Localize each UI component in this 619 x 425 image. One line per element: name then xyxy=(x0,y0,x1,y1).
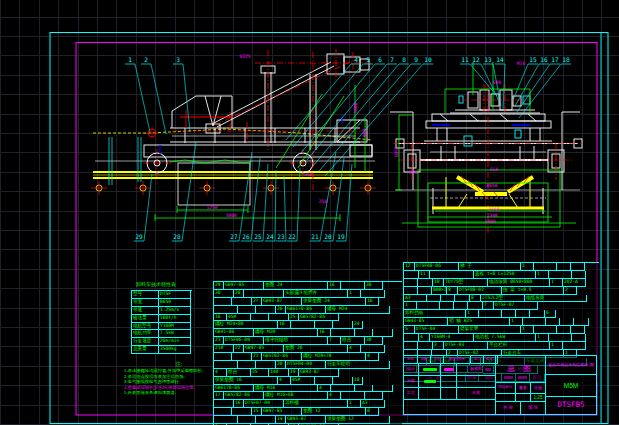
bom-cell xyxy=(440,302,454,310)
bom-cell: 15 xyxy=(252,408,262,416)
balloon-23[interactable]: 23 xyxy=(277,233,285,240)
bom-cell xyxy=(238,306,256,314)
dimension-label: 650 xyxy=(490,167,499,172)
bom-cell xyxy=(574,318,589,326)
bom-cell: 电缆卷筒 xyxy=(525,295,587,303)
balloon-8[interactable]: 8 xyxy=(402,56,406,63)
bom-cell xyxy=(404,342,418,350)
bom-cell: 1 xyxy=(550,342,563,350)
balloon-18[interactable]: 18 xyxy=(562,56,570,63)
bom-cell: 电动滚筒 Ø650×800 xyxy=(488,279,550,287)
balloon-19[interactable]: 19 xyxy=(337,233,345,240)
balloon-9[interactable]: 9 xyxy=(414,56,418,63)
bom-cell xyxy=(315,377,333,385)
bom-cell xyxy=(214,306,238,314)
balloon-2[interactable]: 2 xyxy=(144,56,148,63)
bom-cell: GB97-85 xyxy=(224,282,264,290)
dimension-label: 1340 xyxy=(486,213,497,218)
bom-cell: 带速 xyxy=(132,307,159,315)
balloon-7[interactable]: 7 xyxy=(390,56,394,63)
balloon-5[interactable]: 5 xyxy=(366,56,370,63)
balloon-14[interactable]: 14 xyxy=(496,56,504,63)
balloon-12[interactable]: 12 xyxy=(472,56,480,63)
bom-cell xyxy=(238,361,256,369)
dimension-label: 350 xyxy=(409,170,418,175)
bom-cell: Y160M-4 xyxy=(430,334,474,342)
bom-cell: DT5F08-06 xyxy=(415,263,459,271)
bom-cell: 螺母 M16 xyxy=(254,385,318,393)
bom-cell xyxy=(571,326,585,334)
bom-cell: 拖 架 t=9.5 xyxy=(502,287,564,295)
bom-cell: 螺母 M20 xyxy=(254,329,318,337)
bom-cell: 28 xyxy=(234,290,244,298)
dimension-label: 3000 xyxy=(225,213,236,218)
bom-cell xyxy=(333,321,353,329)
dimension-label: M16 xyxy=(517,61,526,66)
bom-cell: 螺栓 M16×60 xyxy=(264,392,328,400)
balloon-6[interactable]: 6 xyxy=(378,56,382,63)
bom-cell xyxy=(341,282,365,290)
balloon-17[interactable]: 17 xyxy=(551,56,559,63)
bom-cell xyxy=(373,329,393,337)
bom-cell: GB41-86 xyxy=(214,329,254,337)
balloon-20[interactable]: 20 xyxy=(324,233,332,240)
balloon-26[interactable]: 26 xyxy=(242,233,250,240)
bom-cell xyxy=(365,392,383,400)
bom-cell: GB93-87 xyxy=(286,416,326,424)
bom-cell: 型号 xyxy=(132,291,159,299)
bom-cell: 4 xyxy=(419,334,430,342)
balloon-3[interactable]: 3 xyxy=(176,56,180,63)
balloon-29[interactable]: 29 xyxy=(135,233,143,240)
bom-cell xyxy=(232,298,252,306)
bom-cell xyxy=(530,310,545,318)
balloon-11[interactable]: 11 xyxy=(461,56,469,63)
bom-cell: 销 轴 B25 xyxy=(448,318,510,326)
bom-cell: 29 xyxy=(214,282,224,290)
balloon-21[interactable]: 21 xyxy=(311,233,319,240)
balloon-24[interactable]: 24 xyxy=(266,233,274,240)
bom-cell: 弹簧垫圈 12 xyxy=(326,416,390,424)
dimension-label: 1400 xyxy=(484,219,495,224)
bom-cell xyxy=(468,302,483,310)
bom-cell: 螺栓 M20×70 xyxy=(302,353,366,361)
bom-cell: 22 xyxy=(234,345,244,353)
sheet-page: 第 张 xyxy=(520,401,546,415)
bom-cell xyxy=(355,385,373,393)
bom-cell: 18 xyxy=(353,377,363,385)
bom-cell xyxy=(238,416,256,424)
bom-cell xyxy=(418,342,433,350)
dimension-label: 1250 xyxy=(206,205,217,210)
bom-cell: 1 xyxy=(510,318,523,326)
balloon-15[interactable]: 15 xyxy=(529,56,537,63)
bom-cell: 2 xyxy=(564,287,577,295)
balloon-27[interactable]: 27 xyxy=(230,233,238,240)
bom-cell: DT5F06-00 xyxy=(224,337,264,345)
bom-cell: DT5F04-00 xyxy=(286,361,326,369)
bom-cell: 4 xyxy=(366,353,379,361)
bom-cell: 30 xyxy=(214,290,234,298)
bom-cell xyxy=(549,334,572,342)
balloon-16[interactable]: 16 xyxy=(540,56,548,63)
blank-cell xyxy=(403,399,496,415)
bom-cell xyxy=(534,326,557,334)
bom-cell: 30 xyxy=(365,282,383,290)
bom-cell: 20 xyxy=(276,361,286,369)
bom-cell: 10 xyxy=(433,279,444,287)
cad-viewport[interactable]: 1234567891011121314151617182928272625242… xyxy=(0,0,619,425)
bom-cell: GB43-85 xyxy=(404,318,448,326)
bom-cell xyxy=(454,302,468,310)
bom-cell: 导料槽 xyxy=(284,400,348,408)
balloon-13[interactable]: 13 xyxy=(484,56,492,63)
bom-cell xyxy=(404,271,419,279)
balloon-22[interactable]: 22 xyxy=(288,233,296,240)
balloon-25[interactable]: 25 xyxy=(254,233,262,240)
balloon-1[interactable]: 1 xyxy=(128,56,132,63)
balloon-10[interactable]: 10 xyxy=(424,56,432,63)
balloon-28[interactable]: 28 xyxy=(173,233,181,240)
bom-cell: 臂架装置 xyxy=(459,326,521,334)
bom-cell: 弹簧垫圈 16 xyxy=(214,377,278,385)
bom-cell: DT5F07-00 xyxy=(244,400,284,408)
bom-cell: 4 xyxy=(318,385,331,393)
bom-cell: 21 xyxy=(252,353,262,361)
balloon-4[interactable]: 4 xyxy=(354,56,358,63)
